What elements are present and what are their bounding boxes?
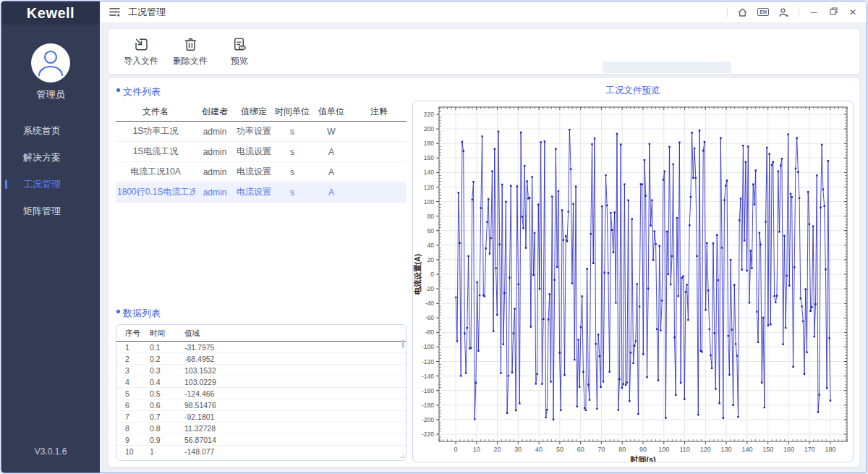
preview-chart: 0102030405060708090100110120130140150160… xyxy=(413,101,853,462)
data-list-card: 序号时间值域 10.1-31.797520.2-68.495230.3103.1… xyxy=(116,324,407,461)
svg-text:150: 150 xyxy=(762,446,773,453)
sidebar-item-1[interactable]: 解决方案 xyxy=(1,144,100,171)
data-cell: 98.51476 xyxy=(183,399,226,411)
svg-text:110: 110 xyxy=(679,446,689,453)
import-file-icon xyxy=(120,36,162,53)
file-cell: 电流设置 xyxy=(234,182,273,203)
data-cell: 11 xyxy=(116,457,148,462)
svg-text:0: 0 xyxy=(430,271,434,278)
file-cell xyxy=(352,162,407,182)
delete-file-label: 删除文件 xyxy=(169,55,211,67)
data-row: 101-148.077 xyxy=(116,446,406,457)
file-row[interactable]: 电流工况10Aadmin电流设置sA xyxy=(116,162,407,182)
data-cell: 0.7 xyxy=(148,411,183,423)
sidebar-item-3[interactable]: 矩阵管理 xyxy=(1,198,100,224)
avatar xyxy=(31,43,70,82)
data-row: 111.1-122.084 xyxy=(116,457,406,462)
close-button[interactable]: ✕ xyxy=(848,7,858,17)
collapse-menu-icon[interactable] xyxy=(109,7,121,17)
import-file-label: 导入文件 xyxy=(120,55,162,67)
data-cell: 0.1 xyxy=(148,342,183,353)
svg-text:-80: -80 xyxy=(425,329,435,336)
svg-text:-180: -180 xyxy=(422,402,434,409)
maximize-button[interactable] xyxy=(828,7,838,17)
sidebar-item-0[interactable]: 系统首页 xyxy=(1,117,100,144)
svg-text:0: 0 xyxy=(454,446,457,453)
file-cell: 1S电流工况 xyxy=(116,142,195,162)
svg-text:200: 200 xyxy=(424,125,434,132)
data-cell: 0.2 xyxy=(148,353,183,365)
chart-title: 工况文件预览 xyxy=(412,85,854,97)
file-cell: 功率设置 xyxy=(234,122,273,142)
import-file-button[interactable]: 导入文件 xyxy=(120,36,162,67)
preview-button[interactable]: 预览 xyxy=(218,36,260,67)
file-cell: 1S功率工况 xyxy=(116,122,195,142)
left-column: 文件列表 文件名创建者值绑定时间单位值单位注释 1S功率工况admin功率设置s… xyxy=(116,84,407,462)
data-cell xyxy=(226,365,406,376)
svg-text:-140: -140 xyxy=(422,373,434,380)
page-title: 工况管理 xyxy=(128,6,166,19)
data-row: 20.2-68.4952 xyxy=(116,353,406,365)
delete-file-button[interactable]: 删除文件 xyxy=(169,36,211,67)
file-row[interactable]: 1800行0.1S电流工况admin电流设置sA xyxy=(116,182,407,203)
data-row: 40.4103.0229 xyxy=(116,376,406,388)
file-row[interactable]: 1S功率工况admin功率设置sW xyxy=(116,122,407,142)
data-cell: -68.4952 xyxy=(183,353,226,365)
data-cell: 6 xyxy=(116,399,148,411)
data-cell: 1.1 xyxy=(148,457,183,462)
minimize-button[interactable]: ─ xyxy=(809,7,819,17)
account-icon[interactable] xyxy=(778,7,789,17)
svg-text:-120: -120 xyxy=(422,358,434,365)
data-cell: 5 xyxy=(116,388,148,399)
svg-text:-20: -20 xyxy=(425,285,435,292)
file-cell: 电流工况10A xyxy=(116,162,195,182)
data-row: 50.5-124.466 xyxy=(116,388,406,399)
svg-text:20: 20 xyxy=(427,256,435,263)
user-icon xyxy=(31,42,70,84)
divider xyxy=(727,7,728,17)
vertical-scrollbar[interactable] xyxy=(402,339,404,348)
sidebar-item-2[interactable]: 工况管理 xyxy=(1,171,100,198)
data-cell xyxy=(226,457,406,462)
user-name: 管理员 xyxy=(1,88,100,101)
file-cell: s xyxy=(273,182,311,203)
brand-logo: Kewell xyxy=(1,1,100,25)
file-cell: admin xyxy=(195,122,234,142)
file-cell: s xyxy=(273,162,311,182)
data-cell: -124.466 xyxy=(183,388,226,399)
data-row: 80.811.32728 xyxy=(116,423,406,434)
data-row: 60.698.51476 xyxy=(116,399,406,411)
svg-text:-220: -220 xyxy=(422,431,434,438)
file-cell xyxy=(352,142,407,162)
data-cell xyxy=(226,411,406,423)
file-cell xyxy=(352,122,407,142)
data-cell: 0.8 xyxy=(148,423,183,434)
svg-text:20: 20 xyxy=(494,446,501,453)
data-col-header xyxy=(226,326,406,342)
data-cell: 10 xyxy=(116,446,148,457)
svg-text:120: 120 xyxy=(700,446,711,453)
main-area: 工况管理 EN ─ xyxy=(100,1,867,473)
sidebar: Kewell 管理员 系统首页解决方案工况管理矩阵管理 V3.0.1.6 xyxy=(1,1,100,473)
data-table: 序号时间值域 10.1-31.797520.2-68.495230.3103.1… xyxy=(116,326,406,461)
file-cell: W xyxy=(311,122,352,142)
content-panel: 文件列表 文件名创建者值绑定时间单位值单位注释 1S功率工况admin功率设置s… xyxy=(109,78,859,467)
svg-text:220: 220 xyxy=(424,111,434,118)
svg-text:130: 130 xyxy=(721,446,732,453)
data-list-title: 数据列表 xyxy=(116,307,407,320)
svg-text:30: 30 xyxy=(514,446,522,453)
data-row: 10.1-31.7975 xyxy=(116,342,406,353)
file-row[interactable]: 1S电流工况admin电流设置sA xyxy=(116,142,407,162)
file-col-header: 时间单位 xyxy=(273,103,311,122)
svg-text:时间(s): 时间(s) xyxy=(630,455,656,462)
file-col-header: 文件名 xyxy=(116,103,195,122)
topbar: 工况管理 EN ─ xyxy=(100,1,867,23)
svg-text:90: 90 xyxy=(639,446,647,453)
data-cell: 8 xyxy=(116,423,148,434)
home-icon[interactable] xyxy=(737,7,748,17)
data-cell: 0.5 xyxy=(148,388,183,399)
language-icon[interactable]: EN xyxy=(757,8,769,16)
svg-text:140: 140 xyxy=(741,446,752,453)
data-cell: -31.7975 xyxy=(183,342,226,353)
file-cell: 电流设置 xyxy=(234,162,273,182)
